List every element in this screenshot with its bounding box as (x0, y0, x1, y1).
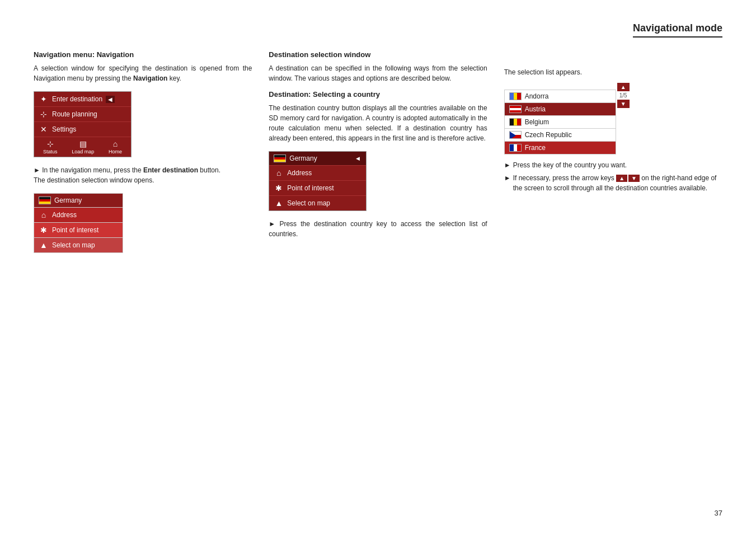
col1-para1: A selection window for specifying the de… (34, 63, 252, 83)
bullet-item-2: ► If necessary, press the arrow keys ▲ ▼… (504, 173, 722, 193)
dest-row-selectmap[interactable]: ▲ Select on map (34, 238, 123, 253)
scroll-indicator: 1/5 (617, 92, 630, 99)
belgium-flag-icon (509, 118, 522, 126)
country-row-belgium[interactable]: Belgium (504, 116, 616, 129)
loadmap-icon: ▤ (79, 139, 87, 148)
col2-germany-flag-icon (274, 154, 286, 162)
nav-route-icon: ⊹ (39, 110, 49, 119)
scroll-up-button[interactable]: ▲ (617, 83, 630, 91)
country-list-wrapper: Andorra Austria Belgium Czech Republic F… (504, 83, 722, 154)
up-arrow-key[interactable]: ▲ (616, 175, 627, 182)
bullet-arrow-2: ► (504, 173, 511, 183)
nav-menu-row-enter[interactable]: ✦ Enter destination ◀ (34, 92, 131, 107)
scroll-controls: ▲ 1/5 ▼ (617, 83, 630, 108)
col2-para1: A destination can be specified in the fo… (269, 63, 487, 83)
nav-loadmap-btn[interactable]: ▤ Load map (72, 139, 94, 154)
col2-para2: The destination country button displays … (269, 103, 487, 143)
bullet-text-1: Press the key of the country you want. (513, 160, 627, 170)
nav-settings-icon: ✕ (39, 125, 49, 134)
bullet-item-1: ► Press the key of the country you want. (504, 160, 722, 170)
col2-dest-row-poi[interactable]: ✱ Point of interest (269, 181, 366, 196)
nav-menu-bottom-row: ⊹ Status ▤ Load map ⌂ Home (34, 137, 131, 157)
col2-dest-row-germany[interactable]: Germany ◀ (269, 152, 366, 166)
dest-germany-label: Germany (54, 196, 82, 204)
col3-bullets: ► Press the key of the country you want.… (504, 160, 722, 193)
col2-dest-menu: Germany ◀ ⌂ Address ✱ Point of interest … (269, 151, 367, 211)
col2-germany-arrow: ◀ (354, 155, 361, 162)
col1-instruction: ► In the navigation menu, press the Ente… (34, 165, 252, 185)
col2-poi-icon: ✱ (274, 184, 284, 193)
loadmap-label: Load map (72, 149, 94, 154)
germany-flag-icon (39, 196, 51, 204)
country-row-austria[interactable]: Austria (504, 103, 616, 116)
col2-instruction: ► Press the destination country key to a… (269, 219, 487, 239)
nav-home-btn[interactable]: ⌂ Home (109, 139, 122, 154)
dest-selectmap-label: Select on map (52, 241, 95, 249)
country-andorra-label: Andorra (525, 92, 549, 100)
country-czech-label: Czech Republic (525, 131, 572, 139)
home-icon: ⌂ (113, 139, 118, 148)
page-title: Navigational mode (633, 22, 722, 38)
country-row-france[interactable]: France (504, 142, 616, 154)
col2-dest-row-address[interactable]: ⌂ Address (269, 166, 366, 181)
home-label: Home (109, 149, 122, 154)
nav-enter-icon: ✦ (39, 95, 49, 104)
selectmap-icon: ▲ (39, 241, 49, 250)
down-arrow-key[interactable]: ▼ (628, 175, 640, 182)
nav-status-btn[interactable]: ⊹ Status (43, 139, 58, 154)
col2-dest-row-selectmap[interactable]: ▲ Select on map (269, 196, 366, 210)
bullet-text-2: If necessary, press the arrow keys ▲ ▼ o… (513, 173, 722, 193)
dest-poi-label: Point of interest (52, 226, 98, 234)
page-number: 37 (715, 509, 722, 517)
country-austria-label: Austria (525, 105, 546, 113)
col2-poi-label: Point of interest (287, 184, 334, 192)
col3: The selection list appears. Andorra Aust… (504, 50, 722, 261)
status-label: Status (43, 149, 58, 154)
col2-address-label: Address (287, 169, 312, 177)
dest-address-label: Address (52, 211, 77, 219)
dest-row-germany[interactable]: Germany (34, 193, 123, 208)
col2-address-icon: ⌂ (274, 168, 284, 177)
austria-flag-icon (509, 105, 522, 113)
scroll-down-button[interactable]: ▼ (617, 100, 630, 108)
france-flag-icon (509, 144, 522, 152)
country-row-czech[interactable]: Czech Republic (504, 129, 616, 142)
col1: Navigation menu: Navigation A selection … (34, 50, 252, 261)
nav-menu-row-settings[interactable]: ✕ Settings (34, 122, 131, 137)
arrow-keys-group: ▲ ▼ (616, 175, 640, 182)
dest-row-address[interactable]: ⌂ Address (34, 208, 123, 223)
nav-menu-row-route[interactable]: ⊹ Route planning (34, 107, 131, 122)
country-row-andorra[interactable]: Andorra (504, 90, 616, 103)
nav-route-label: Route planning (52, 110, 97, 118)
main-content: Navigation menu: Navigation A selection … (34, 50, 722, 261)
col2-selectmap-label: Select on map (287, 199, 330, 207)
country-belgium-label: Belgium (525, 118, 549, 126)
address-icon: ⌂ (39, 210, 49, 219)
poi-icon: ✱ (39, 226, 49, 235)
col2-heading2: Destination: Selecting a country (269, 90, 487, 99)
czech-flag-icon (509, 131, 522, 139)
nav-enter-label: Enter destination (52, 95, 102, 103)
col2-heading: Destination selection window (269, 50, 487, 59)
dest-row-poi[interactable]: ✱ Point of interest (34, 223, 123, 238)
country-list: Andorra Austria Belgium Czech Republic F… (504, 90, 616, 154)
nav-settings-label: Settings (52, 125, 76, 133)
col2-germany-label: Germany (289, 154, 317, 162)
nav-menu-ui: ✦ Enter destination ◀ ⊹ Route planning ✕… (34, 91, 132, 157)
country-france-label: France (525, 144, 546, 152)
col1-dest-list: Germany ⌂ Address ✱ Point of interest ▲ … (34, 193, 123, 253)
bullet-arrow-1: ► (504, 160, 511, 170)
col2: Destination selection window A destinati… (269, 50, 487, 261)
col2-selectmap-icon: ▲ (274, 199, 284, 208)
andorra-flag-icon (509, 92, 522, 100)
col3-intro: The selection list appears. (504, 67, 722, 77)
nav-enter-arrow: ◀ (106, 96, 115, 103)
col1-heading: Navigation menu: Navigation (34, 50, 252, 59)
status-icon: ⊹ (47, 139, 54, 148)
